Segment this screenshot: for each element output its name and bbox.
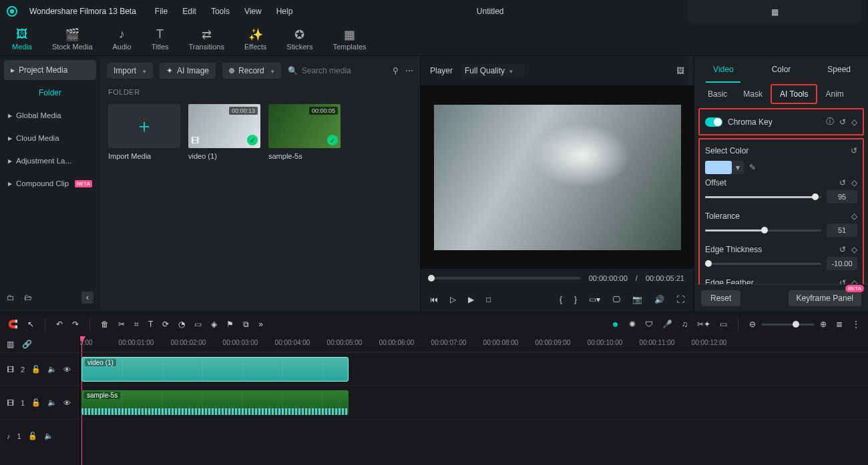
auto-cut-icon[interactable]: ✂✦: [697, 320, 710, 329]
media-card-sample5s[interactable]: 00:00:05 ✓ sample-5s: [268, 104, 341, 160]
lock-icon[interactable]: 🔓: [31, 365, 41, 374]
tab-media[interactable]: 🖼Media: [12, 28, 32, 51]
undo-icon[interactable]: ↶: [56, 320, 63, 329]
offset-value[interactable]: 95: [827, 190, 857, 203]
display-icon[interactable]: 🖵: [612, 295, 620, 304]
enhance-icon[interactable]: ✺: [629, 320, 636, 329]
snapshot-icon[interactable]: 🖼: [676, 66, 684, 75]
tab-templates[interactable]: ▦Templates: [333, 28, 366, 51]
import-button[interactable]: Import: [107, 63, 153, 79]
menu-view[interactable]: View: [244, 7, 262, 16]
video-lane-1[interactable]: sample-5s: [80, 386, 868, 419]
offset-slider[interactable]: [705, 196, 821, 198]
reset-button[interactable]: Reset: [701, 290, 740, 306]
prev-frame-icon[interactable]: ⏮: [430, 295, 438, 304]
color-icon[interactable]: ◔: [178, 320, 185, 329]
subtab-basic[interactable]: Basic: [700, 85, 735, 103]
clip-video1[interactable]: video (1): [81, 357, 349, 382]
subtab-animation[interactable]: Anim: [817, 85, 851, 103]
mute-icon[interactable]: 🔈: [47, 365, 57, 374]
zoom-out-icon[interactable]: ⊖: [749, 320, 756, 329]
collapse-sidebar-button[interactable]: ‹: [81, 292, 93, 304]
volume-icon[interactable]: 🔊: [654, 295, 664, 304]
reset-icon[interactable]: ↺: [839, 245, 846, 254]
pointer-icon[interactable]: ↖: [27, 320, 34, 329]
menu-file[interactable]: File: [155, 7, 168, 16]
inspector-scroll[interactable]: Chroma Key ⓘ ↺ ◇ Select Color ↺ ▾ ✎ Offs…: [694, 105, 868, 284]
delete-icon[interactable]: 🗑: [101, 320, 109, 329]
sidebar-item-compound-clip[interactable]: ▸Compound ClipBETA: [4, 173, 96, 193]
reset-icon[interactable]: ↺: [839, 117, 846, 127]
ai-face-icon[interactable]: ☻: [611, 320, 620, 329]
visible-icon[interactable]: 👁: [63, 366, 71, 374]
add-media-thumb[interactable]: ＋: [108, 104, 180, 148]
stop-icon[interactable]: □: [486, 295, 491, 304]
mark-in-icon[interactable]: {: [560, 295, 562, 304]
scrub-knob[interactable]: [428, 275, 435, 282]
ai-image-button[interactable]: ✦AI Image: [160, 63, 216, 79]
folder-tab[interactable]: Folder: [4, 83, 96, 103]
quality-select[interactable]: Full Quality: [462, 64, 525, 77]
keyframe-tool-icon[interactable]: ◈: [211, 320, 217, 329]
keyframe-icon[interactable]: ◇: [851, 178, 857, 187]
link-icon[interactable]: ⧉: [243, 320, 249, 329]
mark-out-icon[interactable]: }: [574, 295, 577, 304]
timeline-tracks[interactable]: 00:0000:00:01:0000:00:02:0000:00:03:0000…: [80, 336, 868, 465]
scrub-bar[interactable]: [430, 277, 581, 280]
tab-transitions[interactable]: ⇄Transitions: [189, 28, 224, 51]
import-media-card[interactable]: ＋ Import Media: [108, 104, 180, 160]
menu-help[interactable]: Help: [276, 7, 293, 16]
caption-icon[interactable]: ▭: [194, 320, 202, 329]
edge-thickness-value[interactable]: -10.00: [827, 257, 857, 270]
help-icon[interactable]: ⓘ: [826, 116, 834, 127]
mic-icon[interactable]: 🎤: [662, 320, 672, 329]
reset-icon[interactable]: ↺: [851, 146, 857, 155]
more-icon[interactable]: ⋯: [405, 66, 413, 75]
track-head-a1[interactable]: ♪1 🔓 🔈: [0, 419, 79, 452]
sidebar-item-cloud-media[interactable]: ▸Cloud Media: [4, 128, 96, 148]
menu-edit[interactable]: Edit: [182, 7, 196, 16]
track-head-v2[interactable]: 🎞2 🔓 🔈 👁: [0, 352, 79, 386]
tolerance-slider[interactable]: [705, 229, 821, 231]
track-head-v1[interactable]: 🎞1 🔓 🔈 👁: [0, 386, 79, 419]
record-button[interactable]: Record: [222, 63, 281, 79]
crop-icon[interactable]: ⌗: [134, 320, 139, 329]
play-icon[interactable]: ▷: [450, 295, 456, 304]
keyframe-icon[interactable]: ◇: [851, 211, 857, 221]
aspect-icon[interactable]: ▭▾: [589, 295, 600, 304]
mute-icon[interactable]: 🔈: [44, 432, 53, 440]
tab-speed[interactable]: Speed: [810, 56, 868, 83]
reset-icon[interactable]: ↺: [839, 178, 846, 187]
new-bin-icon[interactable]: 🗁: [24, 293, 32, 302]
tolerance-value[interactable]: 51: [827, 223, 857, 237]
eyedropper-icon[interactable]: ✎: [749, 163, 756, 172]
mute-icon[interactable]: 🔈: [47, 398, 57, 407]
apps-icon[interactable]: ▦: [769, 7, 780, 17]
fullscreen-icon[interactable]: ⛶: [676, 295, 684, 304]
keyframe-icon[interactable]: ◇: [851, 117, 857, 127]
search-input[interactable]: [302, 66, 386, 75]
zoom-in-icon[interactable]: ⊕: [820, 320, 827, 329]
marker-icon[interactable]: ⚑: [226, 320, 234, 329]
keyframe-icon[interactable]: ◇: [851, 278, 857, 284]
text-icon[interactable]: T: [148, 320, 153, 329]
sidebar-item-adjustment-layer[interactable]: ▸Adjustment La...: [4, 151, 96, 171]
new-folder-icon[interactable]: 🗀: [7, 293, 15, 302]
freeze-icon[interactable]: ▭: [720, 320, 727, 329]
keyframe-panel-button[interactable]: Keyframe Panel BETA: [789, 290, 861, 306]
keyframe-icon[interactable]: ◇: [851, 245, 857, 254]
lock-icon[interactable]: 🔓: [31, 398, 41, 407]
redo-icon[interactable]: ↷: [72, 320, 79, 329]
more-tools-icon[interactable]: »: [258, 320, 263, 329]
media-card-video1[interactable]: 00:00:13 🎞 ✓ video (1): [188, 104, 260, 160]
chroma-key-toggle[interactable]: [705, 117, 722, 127]
track-link-icon[interactable]: 🔗: [22, 340, 32, 349]
timeline-ruler[interactable]: 00:0000:00:01:0000:00:02:0000:00:03:0000…: [80, 336, 868, 352]
tab-color[interactable]: Color: [752, 56, 811, 83]
speed-icon[interactable]: ⟳: [162, 320, 169, 329]
project-media-button[interactable]: ▸Project Media: [4, 60, 96, 80]
color-swatch-select[interactable]: ▾: [705, 161, 744, 174]
track-manage-icon[interactable]: ▥: [7, 340, 14, 349]
search-media[interactable]: 🔍: [288, 66, 386, 75]
visible-icon[interactable]: 👁: [63, 399, 71, 407]
